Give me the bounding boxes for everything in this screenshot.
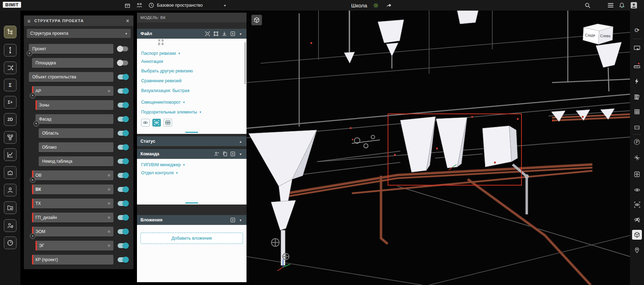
control-department-link[interactable]: Отдел контроля▾ (141, 170, 178, 176)
collaboration-icon[interactable] (136, 1, 143, 9)
expander-icon[interactable]: ▾ (30, 233, 35, 239)
expander-icon[interactable]: ▾ (30, 93, 35, 98)
gauge-icon[interactable] (4, 237, 17, 249)
frame-view-button[interactable] (164, 119, 172, 127)
annotation-link[interactable]: Аннотация (141, 58, 163, 65)
library-icon[interactable] (632, 92, 642, 102)
visibility-toggle[interactable] (118, 159, 128, 164)
isolate-view-button[interactable] (152, 119, 161, 127)
tree-item[interactable]: ЭОМ ❄ ▾ (32, 227, 113, 237)
compare-revisions-link[interactable]: Сравнение ревизий (141, 78, 182, 84)
tree-item[interactable]: ВК ❄ (32, 184, 113, 194)
eye-target-icon[interactable] (632, 200, 642, 209)
visibility-toggle[interactable] (118, 60, 128, 65)
section-plane-icon[interactable] (632, 123, 642, 132)
3d-viewport[interactable]: Сзади Слева (247, 11, 630, 285)
measure-ruler-icon[interactable] (632, 60, 642, 70)
chart-icon[interactable] (4, 148, 17, 161)
visibility-toggle[interactable] (118, 173, 128, 178)
view-cube-back-label[interactable]: Сзади (585, 33, 595, 37)
search-icon[interactable] (584, 1, 591, 9)
project-structure-icon[interactable] (4, 26, 17, 38)
orbit-icon[interactable]: ⟳ (632, 25, 642, 35)
visibility-toggle[interactable] (118, 117, 128, 122)
visibility-toggle[interactable] (118, 103, 128, 108)
view-cube-left-label[interactable]: Слева (600, 34, 611, 38)
status-section-header[interactable]: Статус ▴ (137, 136, 247, 146)
choose-revision-link[interactable]: Выбрать другую ревизию (141, 68, 193, 74)
sort-menu-icon[interactable]: ≡ (27, 18, 31, 24)
visibility-toggle[interactable] (118, 131, 128, 136)
team-section-header[interactable]: Команда ▾ (137, 149, 247, 159)
app-logo[interactable]: BIMIT (3, 2, 21, 8)
screen-cursor-icon[interactable] (632, 44, 642, 53)
tree-item[interactable]: Облако (39, 142, 113, 152)
connections-icon[interactable] (4, 61, 17, 74)
sum-icon[interactable]: Σ (4, 79, 17, 91)
expander-icon[interactable]: ▾ (33, 121, 39, 127)
plugins-puzzle-icon[interactable] (4, 166, 17, 179)
history-icon[interactable] (147, 1, 155, 9)
location-pin-icon[interactable] (632, 245, 642, 255)
visibility-toggle[interactable] (118, 229, 128, 234)
hierarchy-icon[interactable] (4, 131, 17, 144)
visibility-toggle[interactable] (118, 145, 128, 150)
visualization-link[interactable]: Визуализация: быстрая (141, 88, 190, 94)
gip-bim-manager-link[interactable]: ГИП/BIM менеджер▾ (141, 162, 185, 168)
visibility-toggle[interactable] (118, 46, 128, 51)
tree-item[interactable]: Фасад ▾ (35, 114, 113, 124)
visibility-toggle[interactable] (118, 257, 128, 262)
resize-handle[interactable] (185, 132, 198, 133)
tree-item[interactable]: ЭГ ❄ (35, 241, 113, 251)
revision-passport-link[interactable]: Паспорт ревизии▾ (141, 50, 180, 57)
tree-item[interactable]: КР (проект) (32, 255, 113, 265)
user-icon[interactable] (4, 184, 17, 196)
expander-icon[interactable]: ▾ (27, 51, 32, 56)
add-attachment-button[interactable]: Добавить вложение (140, 233, 243, 244)
add-icon[interactable] (230, 217, 236, 223)
list-menu-icon[interactable] (607, 1, 615, 9)
eye-off-icon[interactable] (632, 214, 642, 224)
visibility-toggle[interactable] (118, 215, 128, 220)
tree-item[interactable]: Площадка (32, 58, 113, 68)
visibility-toggle[interactable] (118, 89, 128, 93)
tree-item[interactable]: ТХ ❄ (32, 199, 113, 208)
settings-gear-icon[interactable] (372, 1, 380, 9)
download-icon[interactable] (221, 31, 228, 37)
visibility-eye-button[interactable] (141, 119, 150, 127)
viewport-home-button[interactable] (251, 15, 262, 25)
annotate-spline-icon[interactable] (4, 44, 17, 57)
tree-item[interactable]: АР ❄ ▾ (32, 86, 113, 96)
collapse-caret-icon[interactable]: ▾ (237, 151, 244, 157)
close-icon[interactable]: ✕ (126, 18, 130, 24)
resize-handle[interactable] (185, 202, 198, 203)
grid-table-icon[interactable] (632, 107, 642, 117)
visibility-toggle[interactable] (118, 243, 128, 248)
collapse-caret-icon[interactable]: ▾ (237, 217, 244, 223)
user-location-icon[interactable] (4, 219, 17, 232)
tree-item[interactable]: Зоны (35, 100, 113, 110)
structure-selector[interactable]: Структура проекта ▾ (27, 29, 131, 38)
fit-model-icon[interactable] (213, 31, 219, 37)
add-icon[interactable] (230, 31, 236, 37)
tree-item[interactable]: ГП_дизайн ❄ (32, 213, 113, 222)
sum-plus-icon[interactable]: Σ+ (4, 96, 17, 109)
expander-icon[interactable]: ▸ (30, 177, 35, 183)
shared-folder-icon[interactable] (4, 201, 17, 214)
attachments-section-header[interactable]: Вложения ▾ (137, 215, 247, 225)
plan-icon[interactable]: Ⓟ (632, 137, 642, 147)
storage-icon[interactable] (124, 1, 131, 9)
expand-caret-icon[interactable]: ▴ (237, 138, 244, 144)
scan-model-icon[interactable] (204, 31, 211, 37)
lightning-icon[interactable] (632, 76, 642, 86)
file-section-header[interactable]: Файл ▾ (137, 29, 247, 39)
suspicious-elements-link[interactable]: Подозрительные элементы▾ (141, 109, 201, 115)
notifications-bell-icon[interactable] (618, 1, 626, 9)
collapse-caret-icon[interactable]: ▾ (237, 31, 244, 37)
tree-item[interactable]: Немод.таблица (39, 156, 113, 166)
profile-icon[interactable] (630, 1, 638, 9)
copy-icon[interactable] (222, 151, 228, 157)
tree-item[interactable]: Область (39, 128, 113, 138)
tree-item[interactable]: Проект ▾ (29, 44, 113, 54)
settings-box-icon[interactable] (632, 169, 642, 179)
